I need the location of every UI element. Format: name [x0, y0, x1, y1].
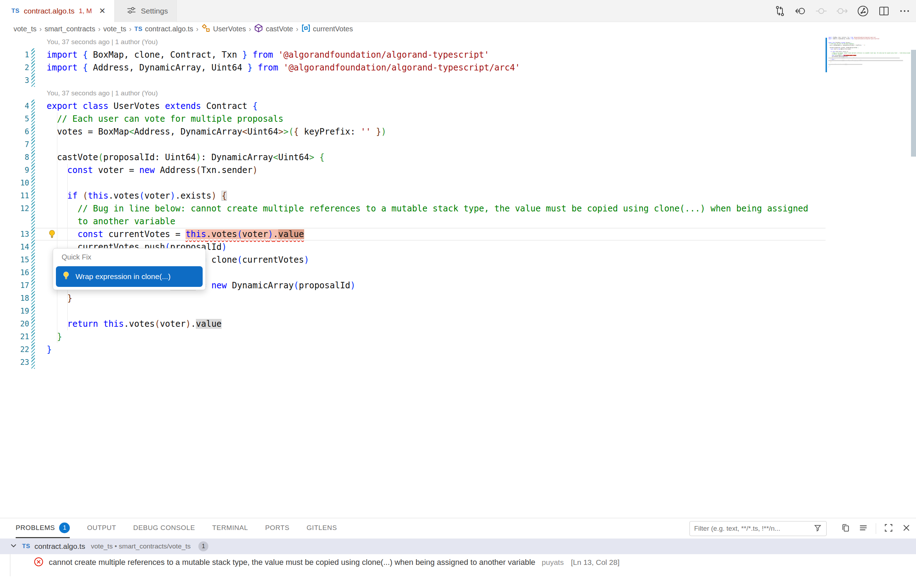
line-number: 15: [0, 255, 29, 264]
git-modified-gutter: [31, 74, 35, 87]
code-line[interactable]: 20 return this.votes(voter).value: [0, 318, 825, 330]
code-text: }: [35, 293, 72, 303]
problem-row[interactable]: cannot create multiple references to a m…: [0, 554, 916, 570]
breadcrumb-item[interactable]: smart_contracts: [45, 25, 95, 33]
quick-fix-popup: Quick Fix Wrap expression in clone(...): [53, 248, 206, 290]
code-line[interactable]: 12 // Bug in line below: cannot create m…: [0, 202, 825, 215]
code-line[interactable]: 1import { BoxMap, clone, Contract, Txn }…: [0, 48, 825, 61]
git-modified-gutter: [31, 292, 35, 305]
breadcrumb: vote_ts › smart_contracts › vote_ts › TS…: [0, 23, 916, 36]
error-icon: [34, 557, 44, 569]
line-number: 18: [0, 294, 29, 302]
more-actions-icon[interactable]: [898, 5, 911, 18]
code-text: castVote(proposalId: Uint64): DynamicArr…: [35, 152, 324, 162]
git-modified-gutter: [31, 176, 35, 189]
panel-tab-ports[interactable]: PORTS: [265, 518, 290, 538]
panel-tab-problems[interactable]: PROBLEMS 1: [16, 518, 70, 538]
line-number: 3: [0, 76, 29, 85]
blame-text: You, 37 seconds ago | 1 author (You): [35, 89, 158, 97]
code-line[interactable]: 8 castVote(proposalId: Uint64): DynamicA…: [0, 151, 825, 164]
lightbulb-icon[interactable]: [47, 229, 57, 239]
code-line[interactable]: 9 const voter = new Address(Txn.sender): [0, 164, 825, 176]
tab-settings[interactable]: Settings: [114, 0, 177, 22]
git-modified-gutter: [31, 356, 35, 369]
code-line[interactable]: 21 }: [0, 330, 825, 343]
breadcrumb-item-file[interactable]: contract.algo.ts: [145, 25, 193, 33]
panel-tab-output[interactable]: OUTPUT: [87, 518, 116, 538]
code-line[interactable]: 5 // Each user can vote for multiple pro…: [0, 113, 825, 125]
minimap[interactable]: import { BoxMap, clone, Contract, Txn } …: [825, 36, 910, 124]
editor-actions: [774, 0, 911, 22]
chevron-right-icon: ›: [98, 25, 100, 33]
code-line[interactable]: 4export class UserVotes extends Contract…: [0, 100, 825, 113]
breadcrumb-item-variable[interactable]: currentVotes: [313, 25, 353, 33]
code-editor[interactable]: You, 37 seconds ago | 1 author (You)1imp…: [0, 36, 825, 369]
quick-fix-title: Quick Fix: [61, 253, 206, 261]
split-editor-icon[interactable]: [877, 5, 890, 18]
code-line[interactable]: 2import { Address, DynamicArray, Uint64 …: [0, 61, 825, 74]
git-modified-gutter: [31, 125, 35, 138]
panel-tab-debug-console[interactable]: DEBUG CONSOLE: [133, 518, 195, 538]
code-text: }: [35, 332, 62, 342]
list-icon[interactable]: [858, 522, 869, 535]
file-problems-count-badge: 1: [198, 541, 208, 551]
chevron-down-icon[interactable]: [9, 541, 18, 551]
line-number: 4: [0, 102, 29, 110]
compare-changes-icon[interactable]: [774, 5, 787, 18]
blame-text: You, 37 seconds ago | 1 author (You): [35, 38, 158, 46]
quick-fix-action-wrap-in-clone[interactable]: Wrap expression in clone(...): [56, 266, 203, 287]
problem-location: [Ln 13, Col 28]: [571, 558, 620, 567]
commit-graph-icon[interactable]: [856, 4, 870, 18]
code-line[interactable]: 6 votes = BoxMap<Address, DynamicArray<U…: [0, 125, 825, 138]
next-change-icon: [835, 5, 848, 18]
breadcrumb-item-method[interactable]: castVote: [266, 25, 293, 33]
code-text: const voter = new Address(Txn.sender): [35, 165, 257, 175]
breadcrumb-item[interactable]: vote_ts: [13, 25, 36, 33]
breadcrumb-item[interactable]: vote_ts: [103, 25, 126, 33]
line-number: 11: [0, 192, 29, 200]
ts-file-icon: TS: [134, 26, 142, 33]
code-line[interactable]: 7: [0, 138, 825, 151]
breadcrumb-item-class[interactable]: UserVotes: [213, 25, 246, 33]
code-line[interactable]: to another variable: [0, 215, 825, 228]
problem-message: cannot create multiple references to a m…: [49, 558, 535, 567]
lightbulb-icon: [61, 271, 71, 282]
git-modified-gutter: [31, 189, 35, 202]
symbol-variable-icon: [301, 24, 311, 34]
git-modified-gutter: [31, 164, 35, 176]
maximize-panel-icon[interactable]: [883, 522, 894, 535]
panel-tab-label: OUTPUT: [87, 524, 116, 532]
code-text: return this.votes(voter).value: [35, 319, 222, 329]
close-panel-icon[interactable]: [901, 522, 912, 535]
close-tab-icon[interactable]: ✕: [99, 6, 105, 16]
editor-scrollbar[interactable]: [911, 50, 916, 157]
line-number: 10: [0, 179, 29, 187]
line-number: 1: [0, 50, 29, 59]
code-line[interactable]: 23: [0, 356, 825, 369]
problems-filter-input[interactable]: [694, 525, 813, 533]
code-line[interactable]: 22}: [0, 343, 825, 356]
code-line[interactable]: 11 if (this.votes(voter).exists) {: [0, 189, 825, 202]
git-modified-gutter: [31, 138, 35, 151]
code-text: import { BoxMap, clone, Contract, Txn } …: [35, 50, 489, 60]
git-modified-gutter: [31, 330, 35, 343]
code-line[interactable]: 19: [0, 305, 825, 318]
code-line[interactable]: 3: [0, 74, 825, 87]
navigate-back-icon[interactable]: [794, 5, 807, 18]
filter-funnel-icon[interactable]: [813, 523, 823, 534]
ts-file-icon: TS: [11, 8, 19, 15]
line-number: 8: [0, 153, 29, 162]
code-line[interactable]: 13 const currentVotes = this.votes(voter…: [0, 228, 825, 241]
line-number: 2: [0, 63, 29, 72]
code-line[interactable]: 10: [0, 176, 825, 189]
tree-indent-guide: [10, 554, 10, 576]
copy-icon[interactable]: [840, 522, 851, 535]
tab-contract-algo-ts[interactable]: TS contract.algo.ts 1, M ✕: [0, 0, 114, 22]
code-line[interactable]: 18 }: [0, 292, 825, 305]
git-modified-gutter: [31, 228, 35, 241]
ts-file-icon: TS: [22, 543, 30, 550]
problems-file-row[interactable]: TS contract.algo.ts vote_ts • smart_cont…: [0, 538, 916, 554]
line-number: 17: [0, 281, 29, 290]
panel-tab-gitlens[interactable]: GITLENS: [307, 518, 337, 538]
panel-tab-terminal[interactable]: TERMINAL: [212, 518, 248, 538]
